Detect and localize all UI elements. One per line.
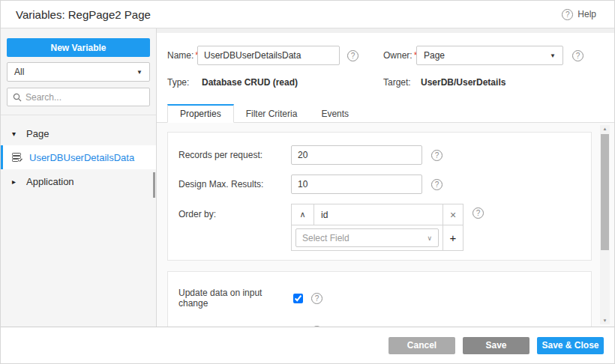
update-on-input-change-checkbox[interactable] bbox=[293, 294, 303, 303]
tree-item-label: UserDBUserDetailsData bbox=[29, 152, 134, 163]
records-per-request-input[interactable] bbox=[291, 145, 422, 165]
records-per-request-row: Records per request: ? bbox=[178, 145, 580, 165]
variable-filter-select[interactable]: All ▼ bbox=[7, 62, 150, 82]
caret-down-icon[interactable]: ▾ bbox=[12, 130, 20, 138]
detail-tabs: Properties Filter Criteria Events bbox=[157, 103, 614, 123]
variable-meta-form: Name:* ? Owner:* Page ▼ ? bbox=[157, 33, 614, 94]
sort-direction-button[interactable]: ∧ bbox=[292, 204, 314, 225]
scrollbar-down-arrow[interactable]: ▼ bbox=[600, 317, 610, 324]
select-field-placeholder: Select Field bbox=[302, 233, 350, 243]
design-max-results-input[interactable] bbox=[291, 175, 422, 194]
max-results-help-icon[interactable]: ? bbox=[431, 179, 442, 190]
dialog-footer: Cancel Save Save & Close bbox=[1, 327, 614, 363]
design-max-results-row: Design Max. Results: ? bbox=[178, 175, 580, 194]
close-icon: × bbox=[450, 209, 456, 221]
add-field-button[interactable]: + bbox=[442, 225, 463, 250]
owner-select[interactable]: Page ▼ bbox=[416, 46, 563, 65]
new-variable-button[interactable]: New Variable bbox=[7, 38, 150, 57]
name-group: Name:* ? bbox=[167, 46, 383, 65]
request-on-page-load-label: Request data on page load bbox=[178, 327, 293, 327]
scrollbar-thumb[interactable] bbox=[601, 134, 609, 250]
variables-dialog: Variables: RegPage2 Page ? Help New Vari… bbox=[0, 0, 615, 364]
search-input[interactable] bbox=[26, 92, 144, 103]
order-by-help-icon[interactable]: ? bbox=[472, 207, 484, 219]
records-per-request-label: Records per request: bbox=[178, 150, 291, 160]
help-label: Help bbox=[578, 9, 596, 19]
data-settings-card: Records per request: ? Design Max. Resul… bbox=[167, 132, 592, 261]
page-title: Variables: RegPage2 Page bbox=[16, 8, 151, 21]
variable-search-box bbox=[7, 88, 150, 106]
tree-item-label: Page bbox=[26, 128, 49, 139]
order-by-widget: ∧ id × Select Field ∨ bbox=[291, 204, 464, 251]
scrollbar-up-arrow[interactable]: ▲ bbox=[600, 125, 610, 133]
name-owner-row: Name:* ? Owner:* Page ▼ ? bbox=[167, 44, 604, 67]
remove-field-button[interactable]: × bbox=[442, 204, 463, 225]
owner-group: Owner:* Page ▼ ? bbox=[383, 46, 584, 65]
tab-filter-criteria[interactable]: Filter Criteria bbox=[234, 104, 310, 123]
sidebar-scrollbar-thumb[interactable] bbox=[153, 172, 155, 198]
tree-item-label: Application bbox=[26, 176, 74, 187]
owner-help-icon[interactable]: ? bbox=[572, 50, 584, 61]
variables-sidebar: New Variable All ▼ ▾ Page bbox=[1, 28, 157, 327]
type-group: Type: Database CRUD (read) bbox=[167, 77, 383, 88]
tree-item-userdbuserdetailsdata[interactable]: UserDBUserDetailsData bbox=[1, 145, 156, 169]
properties-scrollbar[interactable]: ▲ ▼ bbox=[600, 125, 610, 324]
variables-tree: ▾ Page UserDBUserDetailsData ▸ Applicati… bbox=[1, 115, 156, 193]
order-by-add-row: Select Field ∨ + bbox=[292, 225, 463, 250]
type-value: Database CRUD (read) bbox=[202, 77, 298, 88]
behavior-settings-card: Update data on input change ? Request da… bbox=[167, 271, 592, 327]
save-button[interactable]: Save bbox=[463, 337, 530, 354]
select-field-wrap: Select Field ∨ bbox=[292, 225, 442, 250]
name-label: Name:* bbox=[167, 50, 197, 61]
database-variable-icon bbox=[12, 153, 22, 162]
help-circle-icon: ? bbox=[562, 9, 573, 20]
tab-properties[interactable]: Properties bbox=[167, 104, 234, 123]
name-help-icon[interactable]: ? bbox=[347, 50, 358, 61]
tree-item-page[interactable]: ▾ Page bbox=[1, 121, 156, 145]
target-group: Target: UserDB/UserDetails bbox=[383, 77, 506, 88]
tree-item-application[interactable]: ▸ Application bbox=[1, 169, 156, 193]
type-label: Type: bbox=[167, 77, 202, 88]
target-value: UserDB/UserDetails bbox=[421, 77, 506, 88]
help-button[interactable]: ? Help bbox=[562, 9, 596, 20]
request-on-page-load-row: Request data on page load ? bbox=[178, 326, 580, 327]
order-by-label: Order by: bbox=[178, 204, 291, 219]
chevron-up-icon: ∧ bbox=[299, 210, 305, 219]
save-and-close-button[interactable]: Save & Close bbox=[537, 337, 604, 354]
update-on-input-change-label: Update data on input change bbox=[178, 288, 293, 309]
caret-down-icon: ▼ bbox=[136, 69, 142, 76]
design-max-results-label: Design Max. Results: bbox=[178, 179, 291, 189]
search-icon bbox=[13, 93, 22, 102]
caret-down-icon: ▼ bbox=[550, 52, 556, 59]
select-field-dropdown[interactable]: Select Field ∨ bbox=[296, 228, 439, 247]
type-target-row: Type: Database CRUD (read) Target: UserD… bbox=[167, 71, 604, 94]
order-by-selected-row: ∧ id × bbox=[292, 204, 463, 225]
dialog-header: Variables: RegPage2 Page ? Help bbox=[1, 1, 614, 28]
caret-right-icon[interactable]: ▸ bbox=[12, 178, 20, 186]
properties-tab-panel: Records per request: ? Design Max. Resul… bbox=[157, 123, 614, 327]
owner-label: Owner:* bbox=[383, 50, 416, 61]
variable-detail-panel: Name:* ? Owner:* Page ▼ ? bbox=[157, 33, 614, 327]
variable-filter-value: All bbox=[14, 67, 24, 77]
order-by-field-value: id bbox=[314, 204, 442, 225]
request-on-load-help-icon[interactable]: ? bbox=[311, 326, 322, 327]
plus-icon: + bbox=[450, 231, 457, 244]
cancel-button[interactable]: Cancel bbox=[388, 337, 455, 354]
order-by-row: Order by: ∧ id × Select Field bbox=[178, 204, 580, 251]
dialog-body: New Variable All ▼ ▾ Page bbox=[1, 28, 614, 327]
update-on-change-help-icon[interactable]: ? bbox=[311, 293, 322, 304]
owner-selected-value: Page bbox=[424, 50, 445, 61]
update-on-input-change-row: Update data on input change ? bbox=[178, 288, 580, 309]
chevron-down-icon: ∨ bbox=[427, 234, 432, 242]
target-label: Target: bbox=[383, 77, 421, 88]
name-input[interactable] bbox=[197, 46, 340, 65]
records-help-icon[interactable]: ? bbox=[431, 150, 442, 161]
tab-events[interactable]: Events bbox=[309, 104, 361, 123]
